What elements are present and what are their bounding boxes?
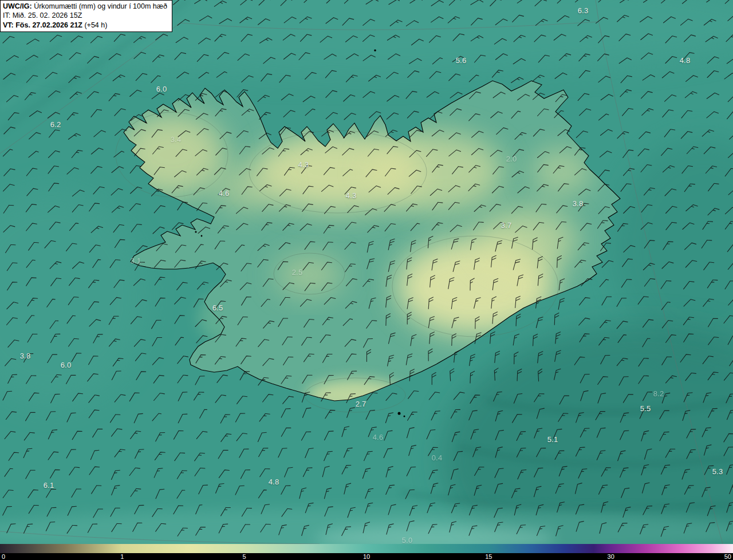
model-name: UWC/IG:: [3, 2, 32, 10]
colorbar-gradient: [0, 544, 733, 553]
colorbar-ticks: 01510153050: [0, 553, 733, 560]
valid-time-line: VT: Fös. 27.02.2026 21Z (+54 h): [3, 21, 167, 30]
init-time-line: IT: Mið. 25. 02. 2026 15Z: [3, 11, 167, 20]
map-title-box: UWC/IG: Úrkomumætti (mm) og vindur í 100…: [0, 0, 172, 32]
map-title-text: Úrkomumætti (mm) og vindur í 100m hæð: [32, 2, 167, 10]
valid-time-text: VT: Fös. 27.02.2026 21Z: [3, 21, 82, 29]
colorbar-tick-label: 30: [608, 553, 614, 560]
colorbar-tick-label: 1: [120, 553, 124, 560]
map-title-line: UWC/IG: Úrkomumætti (mm) og vindur í 100…: [3, 2, 167, 11]
colorbar-tick-label: 0: [2, 553, 5, 560]
colorbar-tick-label: 50: [724, 553, 731, 560]
colorbar-tick-label: 5: [243, 553, 246, 560]
map-canvas: [0, 0, 733, 544]
colorbar-tick-label: 10: [363, 553, 370, 560]
weather-map-page: 6.35.64.86.06.23.44.32.04.64.33.83.73.12…: [0, 0, 733, 560]
colorbar-tick-label: 15: [485, 553, 492, 560]
valid-time-offset: (+54 h): [82, 21, 107, 29]
colorbar: 01510153050: [0, 544, 733, 560]
